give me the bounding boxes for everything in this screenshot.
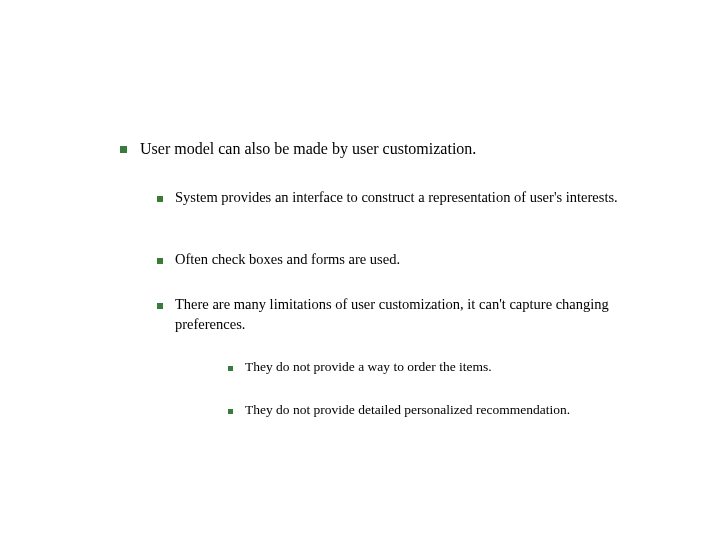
subsub-bullet-text: They do not provide detailed personalize…	[245, 401, 665, 419]
sub-bullet-text: There are many limitations of user custo…	[175, 295, 655, 334]
square-bullet-icon	[157, 196, 163, 202]
square-bullet-icon	[157, 258, 163, 264]
square-bullet-icon	[228, 366, 233, 371]
square-bullet-icon	[120, 146, 127, 153]
sub-bullet-text: System provides an interface to construc…	[175, 188, 655, 208]
square-bullet-icon	[157, 303, 163, 309]
sub-bullet-text: Often check boxes and forms are used.	[175, 250, 655, 270]
main-bullet-text: User model can also be made by user cust…	[140, 138, 660, 160]
square-bullet-icon	[228, 409, 233, 414]
subsub-bullet-text: They do not provide a way to order the i…	[245, 358, 665, 376]
slide: User model can also be made by user cust…	[0, 0, 720, 540]
